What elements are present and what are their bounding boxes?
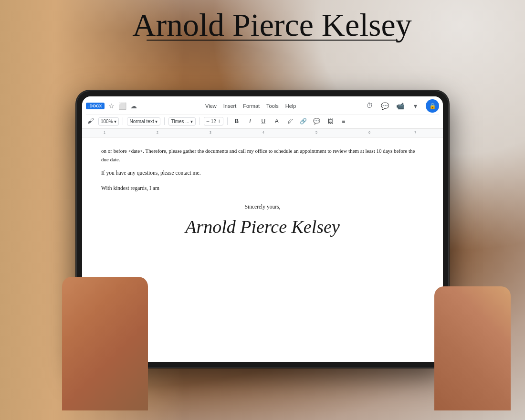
doc-paragraph-1: If you have any questions, please contac… [101, 168, 424, 178]
highlight-button[interactable]: 🖊 [285, 116, 295, 126]
doc-signature: Arnold Pierce Kelsey [101, 216, 424, 238]
cloud-icon[interactable]: ☁ [130, 102, 137, 110]
ruler-mark-4: 4 [262, 131, 264, 134]
tablet-wrapper: .DOCX ☆ ⬜ ☁ View Insert Format Tools Hel… [76, 91, 501, 410]
ruler-mark-5: 5 [315, 131, 317, 134]
insert-comment-button[interactable]: 💬 [312, 116, 322, 126]
zoom-control[interactable]: 100% ▾ [98, 117, 119, 126]
lock-button[interactable]: 🔒 [426, 99, 439, 113]
document-ruler: 1 2 3 4 5 6 7 [82, 129, 443, 137]
left-hand [62, 277, 148, 410]
zoom-value: 100% [101, 119, 113, 124]
more-options-button[interactable]: ≡ [338, 116, 349, 126]
menu-format[interactable]: Format [243, 103, 260, 109]
menu-tools[interactable]: Tools [266, 103, 279, 109]
doc-closing: Sincerely yours, [101, 202, 424, 211]
text-style-value: Normal text [130, 119, 154, 124]
folder-icon[interactable]: ⬜ [118, 102, 126, 110]
font-size-value[interactable]: 12 [211, 119, 216, 124]
text-color-button[interactable]: A [272, 116, 282, 126]
star-icon[interactable]: ☆ [108, 102, 115, 110]
ruler-mark-2: 2 [157, 131, 158, 134]
ruler-mark-7: 7 [414, 131, 416, 134]
menu-row: .DOCX ☆ ⬜ ☁ View Insert Format Tools Hel… [86, 98, 439, 114]
comment-icon[interactable]: 💬 [380, 101, 389, 111]
menu-left: .DOCX ☆ ⬜ ☁ [86, 102, 137, 110]
link-button[interactable]: 🔗 [298, 116, 309, 126]
font-name-value: Times ... [171, 119, 189, 124]
history-icon[interactable]: ⏱ [365, 101, 374, 111]
doc-paragraph-2: With kindest regards, I am [101, 184, 424, 193]
bold-button[interactable]: B [231, 116, 242, 126]
document-topbar: .DOCX ☆ ⬜ ☁ View Insert Format Tools Hel… [82, 96, 443, 129]
insert-image-button[interactable]: 🖼 [325, 116, 336, 126]
ruler-mark-6: 6 [368, 131, 370, 134]
font-name-dropdown[interactable]: Times ... ▾ [168, 117, 196, 126]
underline-button[interactable]: U [258, 116, 269, 126]
text-style-dropdown[interactable]: Normal text ▾ [127, 117, 160, 126]
zoom-dropdown-icon: ▾ [114, 119, 116, 124]
video-icon[interactable]: 📹 [395, 101, 405, 111]
menu-dots-icon[interactable]: ▾ [410, 101, 420, 111]
italic-button[interactable]: I [245, 116, 255, 126]
font-size-control: − 12 + [204, 117, 223, 126]
ruler-mark-3: 3 [210, 131, 211, 134]
top-signature-text: Arnold Pierce Kelsey [132, 7, 411, 43]
font-name-icon: ▾ [190, 119, 193, 124]
font-size-decrease[interactable]: − [206, 118, 210, 125]
ruler-mark-1: 1 [104, 131, 105, 134]
paint-format-icon[interactable]: 🖌 [86, 116, 95, 126]
right-hand [434, 286, 511, 410]
separator-2 [164, 117, 165, 125]
separator-3 [200, 117, 200, 125]
top-signature-container: Arnold Pierce Kelsey [38, 7, 506, 43]
menu-help[interactable]: Help [285, 103, 296, 109]
doc-partial-text: on or before <date>. Therefore, please g… [101, 147, 424, 164]
text-style-icon: ▾ [155, 119, 158, 124]
menu-items: View Insert Format Tools Help [205, 103, 296, 109]
font-size-increase[interactable]: + [218, 118, 221, 125]
menu-right: ⏱ 💬 📹 ▾ 🔒 [365, 99, 439, 113]
separator-4 [227, 117, 228, 125]
separator-1 [123, 117, 123, 125]
docx-badge[interactable]: .DOCX [86, 103, 105, 109]
ruler-marks: 1 2 3 4 5 6 7 [86, 129, 439, 137]
menu-view[interactable]: View [205, 103, 217, 109]
menu-insert[interactable]: Insert [223, 103, 237, 109]
formatting-toolbar: 🖌 100% ▾ Normal text ▾ Times ... ▾ [86, 114, 439, 128]
